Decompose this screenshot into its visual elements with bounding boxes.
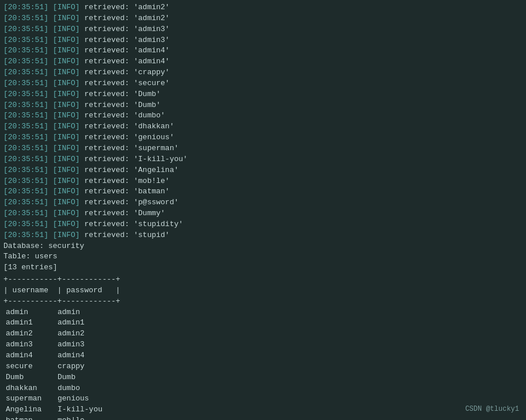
- log-line: [20:35:51] [INFO] retrieved: 'p@ssword': [3, 197, 523, 208]
- username-cell: admin2: [3, 329, 55, 339]
- password-cell: admin2: [55, 329, 119, 339]
- username-cell: admin1: [3, 318, 55, 329]
- log-line: [20:35:51] [INFO] retrieved: 'I-kill-you…: [3, 154, 523, 165]
- password-cell: admin: [55, 307, 119, 318]
- log-line: [20:35:51] [INFO] retrieved: 'admin2': [3, 2, 523, 13]
- username-cell: secure: [3, 361, 55, 372]
- table-row: supermangenious: [3, 394, 523, 404]
- table-row: AngelinaI-kill-you: [3, 404, 523, 415]
- username-cell: admin4: [3, 350, 55, 361]
- log-line: [20:35:51] [INFO] retrieved: 'dumbo': [3, 110, 523, 121]
- table-border-top: +-----------+------------+: [3, 274, 523, 285]
- table-row: admin1admin1: [3, 318, 523, 329]
- password-cell: admin3: [55, 339, 119, 350]
- db-database: Database: security: [3, 241, 523, 252]
- password-cell: admin4: [55, 350, 119, 361]
- table-row: admin2admin2: [3, 329, 523, 339]
- log-line: [20:35:51] [INFO] retrieved: 'stupid': [3, 230, 523, 241]
- db-table: Table: users: [3, 251, 523, 262]
- username-cell: Angelina: [3, 404, 55, 415]
- password-cell: admin1: [55, 318, 119, 329]
- username-cell: admin3: [3, 339, 55, 350]
- log-line: [20:35:51] [INFO] retrieved: 'secure': [3, 78, 523, 89]
- username-cell: dhakkan: [3, 383, 55, 394]
- log-output: [20:35:51] [INFO] retrieved: 'admin2'[20…: [3, 2, 523, 241]
- log-line: [20:35:51] [INFO] retrieved: 'Dumb': [3, 100, 523, 111]
- log-line: [20:35:51] [INFO] retrieved: 'admin4': [3, 45, 523, 56]
- log-line: [20:35:51] [INFO] retrieved: 'superman': [3, 143, 523, 154]
- log-line: [20:35:51] [INFO] retrieved: 'crappy': [3, 67, 523, 78]
- username-cell: admin: [3, 307, 55, 318]
- table-row: batmanmob!le: [3, 415, 523, 420]
- log-line: [20:35:51] [INFO] retrieved: 'admin3': [3, 35, 523, 46]
- log-line: [20:35:51] [INFO] retrieved: 'admin2': [3, 13, 523, 24]
- password-cell: I-kill-you: [55, 404, 119, 415]
- log-line: [20:35:51] [INFO] retrieved: 'stupidity': [3, 219, 523, 230]
- log-line: [20:35:51] [INFO] retrieved: 'admin3': [3, 24, 523, 35]
- log-line: [20:35:51] [INFO] retrieved: 'dhakkan': [3, 121, 523, 132]
- log-line: [20:35:51] [INFO] retrieved: 'Angelina': [3, 165, 523, 176]
- username-cell: superman: [3, 394, 55, 404]
- table-row: admin3admin3: [3, 339, 523, 350]
- table-row: DumbDumb: [3, 372, 523, 383]
- table-row: adminadmin: [3, 307, 523, 318]
- password-cell: Dumb: [55, 372, 119, 383]
- password-cell: crappy: [55, 361, 119, 372]
- watermark: CSDN @tlucky1: [465, 405, 519, 413]
- password-cell: genious: [55, 394, 119, 404]
- log-line: [20:35:51] [INFO] retrieved: 'Dumb': [3, 89, 523, 100]
- log-line: [20:35:51] [INFO] retrieved: 'admin4': [3, 56, 523, 67]
- terminal: [20:35:51] [INFO] retrieved: 'admin2'[20…: [0, 0, 526, 420]
- log-line: [20:35:51] [INFO] retrieved: 'Dummy': [3, 208, 523, 219]
- username-cell: Dumb: [3, 372, 55, 383]
- db-entries: [13 entries]: [3, 262, 523, 273]
- table-header: | username | password |: [3, 285, 523, 296]
- results-table: +-----------+------------+ | username | …: [3, 274, 523, 420]
- password-cell: dumbo: [55, 383, 119, 394]
- username-cell: batman: [3, 415, 55, 420]
- table-row: dhakkandumbo: [3, 383, 523, 394]
- log-line: [20:35:51] [INFO] retrieved: 'genious': [3, 132, 523, 143]
- table-border-mid: +-----------+------------+: [3, 296, 523, 307]
- log-line: [20:35:51] [INFO] retrieved: 'mob!le': [3, 176, 523, 187]
- log-line: [20:35:51] [INFO] retrieved: 'batman': [3, 186, 523, 197]
- password-cell: mob!le: [55, 415, 119, 420]
- table-row: securecrappy: [3, 361, 523, 372]
- table-row: admin4admin4: [3, 350, 523, 361]
